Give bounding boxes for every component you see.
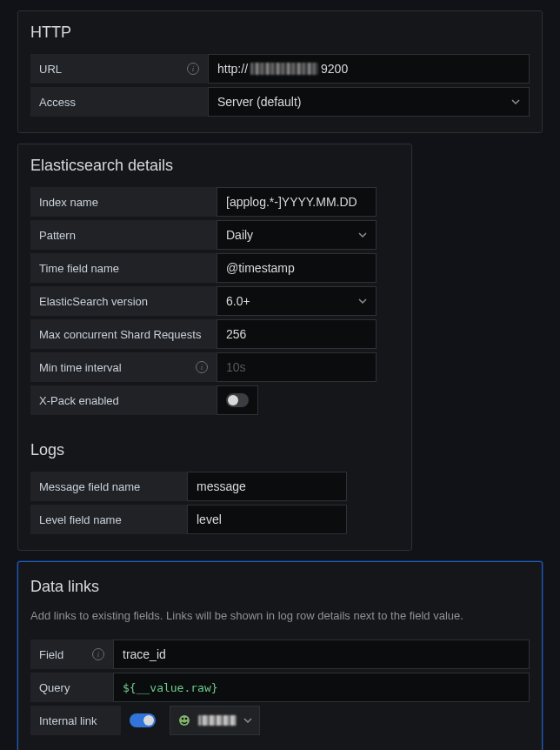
chevron-down-icon	[358, 294, 367, 308]
version-label: ElasticSearch version	[30, 286, 217, 316]
redacted-datasource-name	[198, 715, 237, 726]
maxshard-input[interactable]: 256	[217, 319, 377, 349]
http-title: HTTP	[30, 23, 530, 42]
info-icon[interactable]: i	[92, 648, 104, 660]
xpack-label: X-Pack enabled	[30, 385, 217, 415]
levelfield-input[interactable]: level	[187, 505, 347, 534]
url-row: URL i http://9200	[30, 54, 530, 84]
msgfield-row: Message field name message	[30, 472, 399, 501]
access-select[interactable]: Server (default)	[208, 87, 530, 117]
mininterval-input[interactable]: 10s	[217, 352, 377, 382]
index-label: Index name	[30, 187, 217, 217]
chevron-down-icon	[511, 95, 520, 109]
msgfield-label: Message field name	[30, 472, 187, 501]
msgfield-input[interactable]: message	[187, 472, 347, 501]
chevron-down-icon	[358, 228, 367, 242]
dl-internal-label: Internal link	[30, 706, 121, 735]
datalinks-panel: Data links Add links to existing fields.…	[17, 561, 543, 750]
url-input[interactable]: http://9200	[208, 54, 530, 84]
xpack-toggle-cell	[217, 385, 258, 415]
maxshard-row: Max concurrent Shard Requests 256	[30, 319, 399, 349]
datasource-select[interactable]	[170, 706, 260, 735]
redacted-host	[250, 63, 318, 75]
internal-toggle-cell	[121, 706, 164, 735]
info-icon[interactable]: i	[196, 361, 208, 373]
chevron-down-icon	[243, 713, 252, 727]
dl-query-row: Query ${__value.raw}	[30, 673, 530, 702]
internal-link-toggle[interactable]	[130, 713, 156, 727]
es-panel: Elasticsearch details Index name [applog…	[17, 144, 412, 551]
dl-query-label: Query	[30, 673, 113, 702]
timefield-label: Time field name	[30, 253, 217, 283]
timefield-input[interactable]: @timestamp	[217, 253, 377, 283]
es-title: Elasticsearch details	[30, 157, 399, 175]
mininterval-label: Min time interval i	[30, 352, 217, 382]
pattern-row: Pattern Daily	[30, 220, 399, 250]
logs-title: Logs	[30, 441, 399, 459]
datalinks-subtext: Add links to existing fields. Links will…	[30, 608, 530, 624]
info-icon[interactable]: i	[187, 63, 199, 75]
dl-field-row: Field i trace_id	[30, 640, 530, 669]
index-row: Index name [applog.*-]YYYY.MM.DD	[30, 187, 399, 217]
svg-point-0	[179, 715, 190, 726]
levelfield-row: Level field name level	[30, 505, 399, 534]
xpack-row: X-Pack enabled	[30, 385, 399, 415]
levelfield-label: Level field name	[30, 505, 187, 534]
maxshard-label: Max concurrent Shard Requests	[30, 319, 217, 349]
version-select[interactable]: 6.0+	[217, 286, 377, 316]
dl-field-label: Field i	[30, 640, 113, 669]
pattern-label: Pattern	[30, 220, 217, 250]
access-row: Access Server (default)	[30, 87, 530, 117]
timefield-row: Time field name @timestamp	[30, 253, 399, 283]
pattern-select[interactable]: Daily	[217, 220, 377, 250]
datalinks-title: Data links	[30, 578, 530, 596]
version-row: ElasticSearch version 6.0+	[30, 286, 399, 316]
xpack-toggle[interactable]	[226, 393, 249, 407]
svg-point-1	[182, 718, 184, 720]
dl-field-input[interactable]: trace_id	[113, 640, 530, 669]
dl-query-input[interactable]: ${__value.raw}	[113, 673, 530, 702]
access-label: Access	[30, 87, 208, 117]
mininterval-row: Min time interval i 10s	[30, 352, 399, 382]
dl-internal-row: Internal link	[30, 706, 530, 735]
url-label: URL i	[30, 54, 208, 84]
http-panel: HTTP URL i http://9200 Access Server (de…	[17, 10, 543, 133]
datasource-icon	[177, 713, 191, 727]
index-input[interactable]: [applog.*-]YYYY.MM.DD	[217, 187, 377, 217]
svg-point-2	[185, 718, 188, 720]
